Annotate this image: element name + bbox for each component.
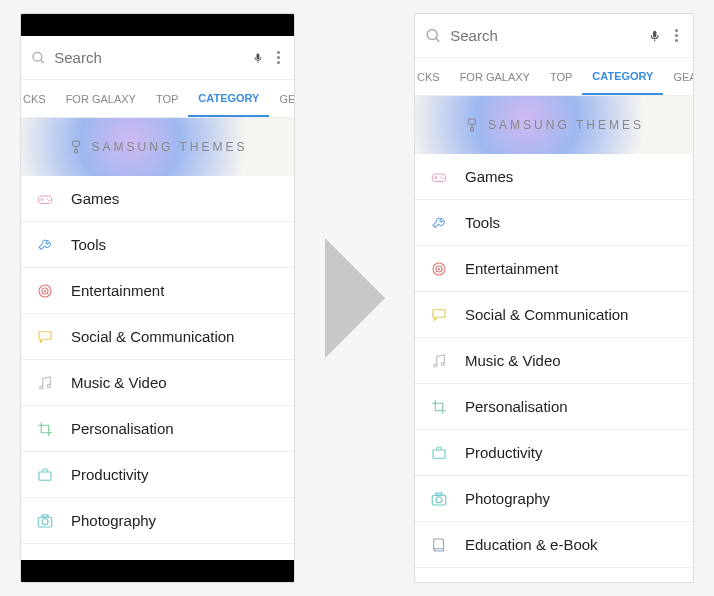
category-label: Music & Video <box>465 352 561 369</box>
search-input[interactable] <box>450 27 640 44</box>
search-bar <box>21 36 294 80</box>
tab-category[interactable]: CATEGORY <box>188 80 269 117</box>
person-icon <box>429 581 449 583</box>
svg-line-1 <box>41 59 44 62</box>
tab-for-galaxy[interactable]: FOR GALAXY <box>56 80 146 117</box>
crop-icon <box>35 419 55 439</box>
crop-icon <box>429 397 449 417</box>
category-label: Personalisation <box>465 398 568 415</box>
category-item[interactable]: Productivity <box>415 430 693 476</box>
tab-for-galaxy[interactable]: FOR GALAXY <box>450 58 540 95</box>
banner-title: SAMSUNG THEMES <box>92 140 248 154</box>
category-item[interactable]: Education & e-Book <box>415 522 693 568</box>
wrench-icon <box>35 235 55 255</box>
music-icon <box>429 351 449 371</box>
briefcase-icon <box>35 465 55 485</box>
phone-right: CKS FOR GALAXY TOP CATEGORY GEAR SAMSUNG… <box>414 13 694 583</box>
chat-icon <box>429 305 449 325</box>
category-label: Social & Communication <box>71 328 234 345</box>
camera-icon <box>429 489 449 509</box>
category-item[interactable]: Games <box>415 154 693 200</box>
svg-rect-8 <box>653 30 656 37</box>
category-item[interactable]: Lifestyle <box>415 568 693 582</box>
category-label: Personalisation <box>71 420 174 437</box>
more-icon[interactable] <box>670 29 683 42</box>
category-label: Photography <box>465 490 550 507</box>
svg-point-0 <box>33 52 42 61</box>
category-item[interactable]: Personalisation <box>21 406 294 452</box>
category-label: Entertainment <box>465 260 558 277</box>
category-label: Productivity <box>71 466 149 483</box>
search-bar <box>415 14 693 58</box>
banner-title: SAMSUNG THEMES <box>488 118 644 132</box>
status-bar-bottom <box>21 560 294 582</box>
themes-banner[interactable]: SAMSUNG THEMES <box>21 118 294 176</box>
music-icon <box>35 373 55 393</box>
category-item[interactable]: Education & e-Book <box>21 544 294 560</box>
category-item[interactable]: Entertainment <box>415 246 693 292</box>
svg-rect-9 <box>469 119 476 124</box>
transition-arrow <box>325 238 385 358</box>
category-item[interactable]: Social & Communication <box>415 292 693 338</box>
category-item[interactable]: Tools <box>21 222 294 268</box>
wrench-icon <box>429 213 449 233</box>
gamepad-icon <box>35 189 55 209</box>
tab-gear[interactable]: GEAR <box>269 80 294 117</box>
svg-rect-3 <box>72 141 79 146</box>
category-list-right: GamesToolsEntertainmentSocial & Communic… <box>415 154 693 582</box>
category-item[interactable]: Music & Video <box>415 338 693 384</box>
chat-icon <box>35 327 55 347</box>
search-icon <box>425 27 442 45</box>
phone-left: CKS FOR GALAXY TOP CATEGORY GEAR SAMSUNG… <box>20 13 295 583</box>
category-item[interactable]: Personalisation <box>415 384 693 430</box>
category-label: Games <box>71 190 119 207</box>
category-item[interactable]: Music & Video <box>21 360 294 406</box>
category-item[interactable]: Productivity <box>21 452 294 498</box>
category-item[interactable]: Social & Communication <box>21 314 294 360</box>
category-label: Social & Communication <box>465 306 628 323</box>
svg-rect-2 <box>257 53 260 59</box>
tab-top[interactable]: TOP <box>146 80 188 117</box>
tab-bar: CKS FOR GALAXY TOP CATEGORY GEAR <box>21 80 294 118</box>
category-label: Productivity <box>465 444 543 461</box>
more-icon[interactable] <box>272 51 284 64</box>
mic-icon[interactable] <box>252 52 264 64</box>
tab-cks[interactable]: CKS <box>21 80 56 117</box>
category-label: Music & Video <box>71 374 167 391</box>
category-item[interactable]: Photography <box>21 498 294 544</box>
mic-icon[interactable] <box>648 29 661 42</box>
category-label: Games <box>465 168 513 185</box>
category-list-left: GamesToolsEntertainmentSocial & Communic… <box>21 176 294 560</box>
svg-point-6 <box>427 29 437 39</box>
gamepad-icon <box>429 167 449 187</box>
category-label: Education & e-Book <box>465 536 598 553</box>
briefcase-icon <box>429 443 449 463</box>
category-label: Tools <box>71 236 106 253</box>
svg-line-7 <box>436 38 440 42</box>
category-item[interactable]: Tools <box>415 200 693 246</box>
category-label: Entertainment <box>71 282 164 299</box>
category-label: Photography <box>71 512 156 529</box>
search-input[interactable] <box>54 49 244 66</box>
category-item[interactable]: Entertainment <box>21 268 294 314</box>
brush-icon <box>464 117 480 133</box>
brush-icon <box>68 139 84 155</box>
svg-marker-5 <box>325 238 385 358</box>
tab-bar: CKS FOR GALAXY TOP CATEGORY GEAR <box>415 58 693 96</box>
target-icon <box>35 281 55 301</box>
category-item[interactable]: Photography <box>415 476 693 522</box>
book-icon <box>429 535 449 555</box>
themes-banner[interactable]: SAMSUNG THEMES <box>415 96 693 154</box>
tab-gear[interactable]: GEAR <box>663 58 693 95</box>
target-icon <box>429 259 449 279</box>
tab-category[interactable]: CATEGORY <box>582 58 663 95</box>
tab-cks[interactable]: CKS <box>415 58 450 95</box>
tab-top[interactable]: TOP <box>540 58 582 95</box>
status-bar-top <box>21 14 294 36</box>
category-label: Tools <box>465 214 500 231</box>
category-item[interactable]: Games <box>21 176 294 222</box>
camera-icon <box>35 511 55 531</box>
search-icon <box>31 49 46 67</box>
